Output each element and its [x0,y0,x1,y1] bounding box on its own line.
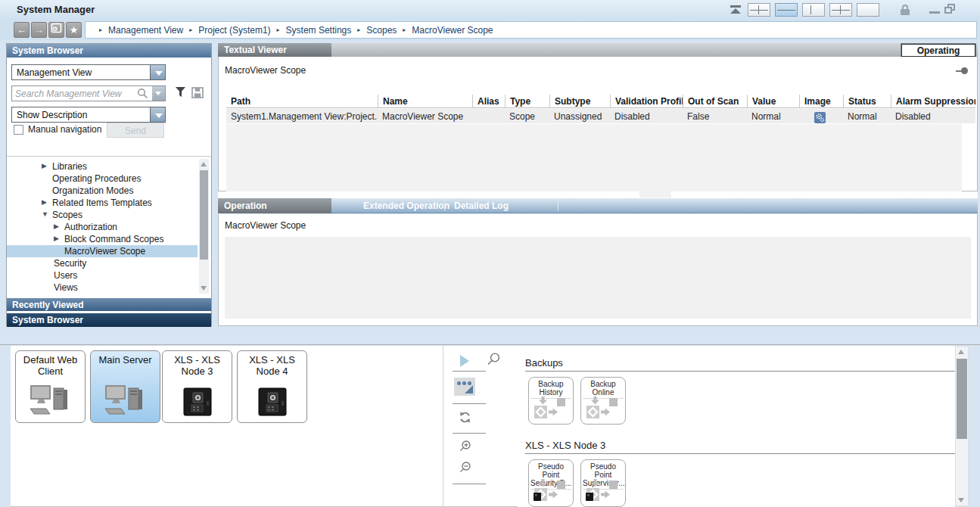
search-options-chevron-icon[interactable] [152,86,165,101]
tree-scrollbar[interactable] [199,159,209,294]
scroll-up-icon[interactable] [201,162,207,166]
tab-extended-operation[interactable]: Extended Operation [363,201,450,211]
layout-split-button[interactable] [829,3,852,17]
chevron-down-icon[interactable] [150,107,166,123]
breadcrumb-item[interactable]: Scopes [366,25,397,36]
section-title-xls-node-3: XLS - XLS Node 3 [525,440,605,451]
device-tile-xls-node-3[interactable]: XLS - XLS Node 3 [162,350,232,423]
column-validation-profile[interactable]: Validation Profile [610,95,683,107]
pin-icon[interactable] [956,67,968,74]
send-button[interactable]: Send [107,123,164,138]
tree-item-views[interactable]: Views [7,281,198,294]
cell-image [799,109,843,123]
column-alias[interactable]: Alias [472,95,505,107]
layout-single-button[interactable] [857,3,879,17]
column-name[interactable]: Name [378,95,472,107]
breadcrumb[interactable]: ▸ Management View ▸ Project (System1) ▸ … [85,21,977,39]
view-selector[interactable]: Management View [11,64,166,80]
chevron-down-icon[interactable] [150,64,166,80]
system-browser-bar[interactable]: System Browser [7,313,211,327]
scroll-down-icon[interactable] [201,286,207,291]
column-type[interactable]: Type [505,95,549,107]
breadcrumb-item[interactable]: MacroViewer Scope [412,25,493,36]
expand-icon[interactable]: ▶ [54,235,59,242]
macro-scrollbar[interactable] [955,346,969,506]
tab-detailed-log[interactable]: Detailed Log [454,201,509,211]
tree-item-scopes[interactable]: ▼ Scopes [7,209,198,221]
breadcrumb-item[interactable]: Project (System1) [198,25,270,36]
minimize-button[interactable] [929,11,940,14]
save-icon[interactable] [191,87,204,101]
breadcrumb-item[interactable]: System Settings [286,25,352,36]
tree-item-operating-procedures[interactable]: Operating Procedures [7,173,198,185]
macro-tile-backup-online[interactable]: Backup Online [580,377,626,425]
scroll-down-icon[interactable] [958,498,964,502]
column-path[interactable]: Path [226,95,378,107]
restore-button[interactable] [944,4,956,14]
tree-item-users[interactable]: Users [7,269,198,281]
operation-empty-area [225,237,971,319]
zoom-out-icon[interactable] [459,461,472,477]
layout-quad-button[interactable] [748,3,770,17]
expand-icon[interactable]: ▶ [42,198,47,206]
tree-item-block-command-scopes[interactable]: ▶ Block Command Scopes [7,233,198,245]
collapse-panel-icon[interactable] [730,5,742,14]
collapse-icon[interactable]: ▼ [42,210,48,218]
tree-item-libraries[interactable]: ▶ Libraries [7,160,198,173]
scrollbar-thumb[interactable] [957,359,967,439]
tree-item-related-items-templates[interactable]: ▶ Related Items Templates [7,197,198,209]
tab-operation[interactable]: Operation [218,198,331,213]
macro-tile-backup-history[interactable]: Backup History [528,377,574,425]
search-input[interactable] [12,86,133,101]
expand-icon[interactable]: ▶ [42,162,47,170]
search-icon[interactable] [137,88,148,102]
tree-item-macroviewer-scope[interactable]: MacroViewer Scope [7,245,198,257]
column-status[interactable]: Status [843,95,891,107]
macro-mode-icon[interactable] [454,378,475,396]
operating-mode-button[interactable]: Operating [901,44,975,57]
column-image[interactable]: Image [799,95,843,107]
forward-button[interactable]: → [31,22,47,38]
tree-item-security[interactable]: Security [7,257,198,269]
table-row[interactable]: System1.Management View:Project.S... Mac… [226,109,975,123]
column-value[interactable]: Value [747,95,799,107]
layout-left-right-button[interactable] [802,3,825,17]
lock-icon[interactable] [901,5,910,15]
device-tile-main-server[interactable]: Main Server [90,350,160,423]
column-subtype[interactable]: Subtype [549,95,610,107]
tree-item-authorization[interactable]: ▶ Authorization [7,221,198,233]
device-tile-xls-node-4[interactable]: XLS - XLS Node 4 [237,350,307,423]
zoom-in-icon[interactable] [459,440,472,456]
splitter-grip[interactable] [639,191,671,198]
filter-icon[interactable] [175,87,186,101]
breadcrumb-item[interactable]: Management View [108,25,183,36]
system-browser-panel: System Browser Management View Show Desc… [6,43,212,326]
layout-top-bottom-button[interactable] [775,3,798,17]
navigation-tree: ▶ Libraries Operating Procedures Organiz… [7,156,211,296]
column-out-of-scan[interactable]: Out of Scan [683,95,747,107]
search-box [11,86,166,101]
scrollbar-thumb[interactable] [200,170,208,260]
tree-item-organization-modes[interactable]: Organization Modes [7,185,198,197]
search-icon[interactable] [486,352,501,370]
macro-viewer-section: Default Web Client Main Server XLS - XLS… [0,344,980,507]
macro-tile-pseudo-point-security[interactable]: Pseudo Point Security@... [528,459,574,507]
back-button[interactable]: ← [14,22,30,38]
device-tile-default-web-client[interactable]: Default Web Client [15,350,86,423]
expand-icon[interactable]: ▶ [54,222,59,230]
refresh-icon[interactable] [459,411,471,427]
recently-viewed-bar[interactable]: Recently Viewed [7,297,211,311]
description-selector[interactable]: Show Description [11,107,166,123]
history-button[interactable] [48,22,64,38]
app-title: System Manager [17,4,95,15]
panel-splitter[interactable] [218,191,978,198]
macro-tile-pseudo-point-supervisor[interactable]: Pseudo Point Supervisor... [580,459,626,507]
tab-textual-viewer[interactable]: Textual Viewer [218,43,331,57]
device-tiles-panel: Default Web Client Main Server XLS - XLS… [11,346,443,507]
scroll-up-icon[interactable] [958,350,964,354]
manual-navigation-checkbox[interactable] [14,125,23,135]
gears-icon[interactable] [814,112,826,123]
favorites-button[interactable]: ★ [66,22,82,38]
column-alarm-suppression[interactable]: Alarm Suppression [891,95,975,107]
play-icon[interactable] [460,355,469,367]
